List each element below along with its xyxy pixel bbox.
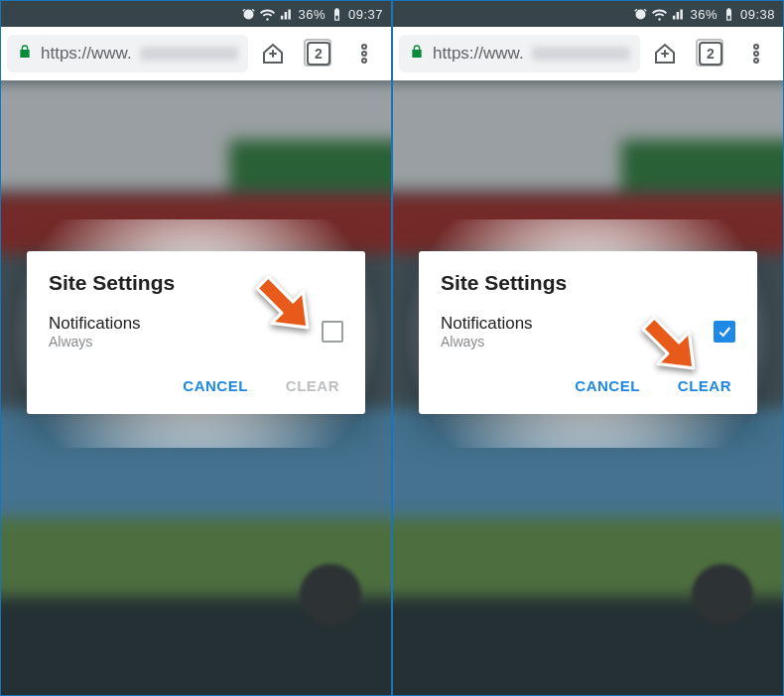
tabs-button[interactable]: 2: [690, 33, 731, 74]
browser-toolbar: https://www. 2: [1, 27, 391, 80]
row-label: Notifications: [441, 313, 533, 334]
wifi-icon: [260, 7, 275, 22]
clear-button[interactable]: CLEAR: [674, 369, 735, 402]
screenshot-right: 36% 09:38 https://www. 2 Site Settings N…: [393, 1, 783, 695]
status-bar: 36% 09:38: [393, 1, 783, 27]
home-add-icon[interactable]: [252, 33, 294, 74]
notification-row[interactable]: Notifications Always: [49, 313, 343, 351]
battery-percent: 36%: [690, 7, 718, 22]
alarm-icon: [241, 7, 256, 22]
floating-button-blurred: [692, 564, 753, 626]
signal-icon: [671, 7, 686, 22]
tabs-button[interactable]: 2: [298, 33, 339, 74]
cancel-button[interactable]: CANCEL: [179, 369, 252, 402]
cancel-button[interactable]: CANCEL: [571, 369, 644, 402]
svg-point-4: [754, 45, 758, 49]
address-bar[interactable]: https://www.: [7, 35, 248, 72]
svg-point-1: [362, 52, 366, 56]
home-add-icon[interactable]: [644, 33, 686, 74]
url-text: https://www.: [433, 44, 524, 64]
address-bar[interactable]: https://www.: [399, 35, 640, 72]
tab-count: 2: [707, 46, 715, 62]
url-text: https://www.: [41, 44, 132, 64]
site-settings-dialog: Site Settings Notifications Always CANCE…: [419, 251, 757, 414]
svg-point-0: [362, 45, 366, 49]
notification-checkbox[interactable]: [714, 321, 735, 343]
svg-point-6: [754, 59, 758, 63]
status-bar: 36% 09:37: [1, 1, 391, 27]
clock: 09:38: [740, 7, 775, 22]
alarm-icon: [633, 7, 648, 22]
clock: 09:37: [348, 7, 383, 22]
screenshot-left: 36% 09:37 https://www. 2 Site Settings N…: [1, 1, 391, 695]
wifi-icon: [652, 7, 667, 22]
tab-count: 2: [315, 46, 323, 62]
clear-button[interactable]: CLEAR: [282, 369, 343, 402]
floating-button-blurred: [300, 564, 361, 626]
battery-icon: [329, 7, 344, 22]
svg-point-2: [362, 59, 366, 63]
site-settings-dialog: Site Settings Notifications Always CANCE…: [27, 251, 365, 414]
overflow-menu-icon[interactable]: [735, 33, 777, 74]
lock-icon: [17, 44, 33, 65]
battery-percent: 36%: [298, 7, 326, 22]
notification-checkbox[interactable]: [322, 321, 343, 343]
url-redacted: [532, 47, 630, 61]
lock-icon: [409, 44, 425, 65]
browser-toolbar: https://www. 2: [393, 27, 783, 80]
dialog-title: Site Settings: [441, 271, 735, 295]
row-state: Always: [49, 334, 141, 351]
signal-icon: [279, 7, 294, 22]
svg-point-5: [754, 52, 758, 56]
battery-icon: [721, 7, 736, 22]
row-label: Notifications: [49, 313, 141, 334]
notification-row[interactable]: Notifications Always: [441, 313, 735, 351]
overflow-menu-icon[interactable]: [343, 33, 385, 74]
row-state: Always: [441, 334, 533, 351]
url-redacted: [140, 47, 238, 61]
dialog-title: Site Settings: [49, 271, 343, 295]
